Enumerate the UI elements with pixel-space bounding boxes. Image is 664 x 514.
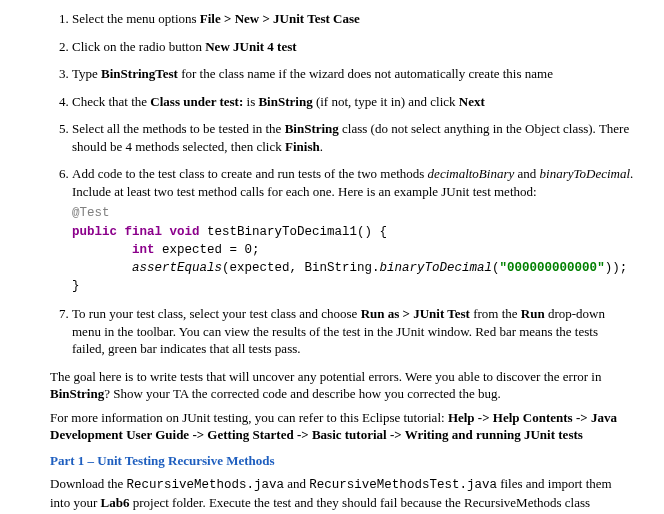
step-text: Check that the	[72, 94, 150, 109]
step-1: Select the menu options File > New > JUn…	[72, 10, 634, 28]
class-name: BinString	[50, 386, 104, 401]
tutorial-reference-paragraph: For more information on JUnit testing, y…	[50, 409, 634, 444]
menu-path: Run as > JUnit Test	[361, 306, 470, 321]
button-label: Next	[459, 94, 485, 109]
para-text: For more information on JUnit testing, y…	[50, 410, 448, 425]
code-text: testBinaryToDecimal1() {	[200, 225, 388, 239]
code-indent	[72, 243, 132, 257]
para-text: Download the	[50, 476, 127, 491]
code-string: "000000000000"	[500, 261, 605, 275]
step-text: is	[243, 94, 258, 109]
filename: RecursiveMethods.java	[127, 478, 285, 492]
para-text: The goal here is to write tests that wil…	[50, 369, 601, 384]
step-3: Type BinStringTest for the class name if…	[72, 65, 634, 83]
step-text: Select all the methods to be tested in t…	[72, 121, 285, 136]
code-annotation: @Test	[72, 206, 110, 220]
step-text: To run your test class, select your test…	[72, 306, 361, 321]
instruction-list: Select the menu options File > New > JUn…	[50, 10, 634, 358]
radio-label: New JUnit 4 test	[205, 39, 296, 54]
step-4: Check that the Class under test: is BinS…	[72, 93, 634, 111]
code-keyword: int	[132, 243, 155, 257]
code-func: binaryToDecimal	[380, 261, 493, 275]
filename: RecursiveMethodsTest.java	[309, 478, 497, 492]
code-number: 0	[245, 243, 253, 257]
step-text: .	[320, 139, 323, 154]
code-indent	[72, 261, 132, 275]
step-7: To run your test class, select your test…	[72, 305, 634, 358]
step-text: from the	[470, 306, 521, 321]
menu-label: Run	[521, 306, 545, 321]
class-name: BinStringTest	[101, 66, 178, 81]
step-text: Add code to the test class to create and…	[72, 166, 428, 181]
method-name: binaryToDecimal	[540, 166, 631, 181]
field-label: Class under test:	[150, 94, 243, 109]
code-text: expected =	[155, 243, 245, 257]
code-text: (expected, BinString.	[222, 261, 380, 275]
code-text: ;	[252, 243, 260, 257]
part-1-heading: Part 1 – Unit Testing Recursive Methods	[50, 452, 634, 470]
code-keyword: public final void	[72, 225, 200, 239]
para-text: ? Show your TA the corrected code and de…	[104, 386, 501, 401]
class-name: BinString	[258, 94, 312, 109]
step-text: and	[514, 166, 539, 181]
para-text: project folder. Execute the test and the…	[50, 495, 590, 514]
menu-path: File > New > JUnit Test Case	[200, 11, 360, 26]
step-5: Select all the methods to be tested in t…	[72, 120, 634, 155]
step-text: Select the menu options	[72, 11, 200, 26]
document-page: Select the menu options File > New > JUn…	[0, 0, 664, 514]
step-6: Add code to the test class to create and…	[72, 165, 634, 295]
code-brace: }	[72, 279, 80, 293]
code-text: (	[492, 261, 500, 275]
goal-paragraph: The goal here is to write tests that wil…	[50, 368, 634, 403]
download-paragraph: Download the RecursiveMethods.java and R…	[50, 475, 634, 514]
step-text: for the class name if the wizard does no…	[178, 66, 553, 81]
step-2: Click on the radio button New JUnit 4 te…	[72, 38, 634, 56]
code-text: ));	[605, 261, 628, 275]
step-text: Click on the radio button	[72, 39, 205, 54]
code-func: assertEquals	[132, 261, 222, 275]
button-label: Finish	[285, 139, 320, 154]
code-example: @Test public final void testBinaryToDeci…	[72, 204, 634, 295]
method-name: decimaltoBinary	[428, 166, 515, 181]
step-text: (if not, type it in) and click	[313, 94, 459, 109]
project-name: Lab6	[101, 495, 130, 510]
step-text: Type	[72, 66, 101, 81]
class-name: BinString	[285, 121, 339, 136]
para-text: and	[284, 476, 309, 491]
